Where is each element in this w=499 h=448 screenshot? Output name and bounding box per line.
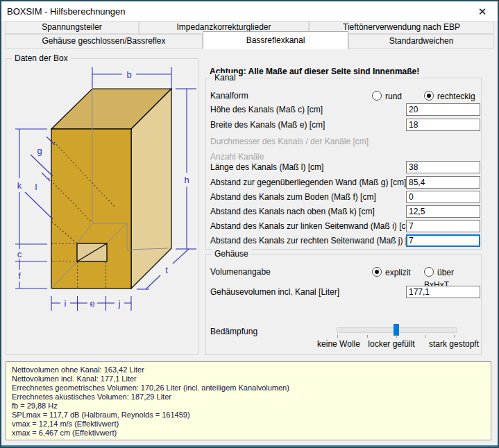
volumenangabe-row: Volumenangabe explizit über BxHxT [210,266,478,278]
slider-tick [337,335,338,338]
rund-radio-circle[interactable] [372,91,382,101]
abstand-boden-input[interactable] [406,191,480,203]
gehaeusevolumen-input[interactable] [406,286,480,298]
dim-label-l: l [35,182,37,192]
breite-kanal-label: Breite des Kanals (Maß e) [cm] [210,120,325,130]
results-panel: Nettovolumen ohne Kanal: 163,42 Liter Ne… [6,361,491,440]
result-netto-ohne-kanal: Nettovolumen ohne Kanal: 163,42 Liter [12,365,485,374]
laenge-kanal-label: Länge des Kanals (Maß l) [cm] [210,162,323,172]
abstand-oben-input[interactable] [406,205,480,218]
bxhxt-radio[interactable]: über BxHxT [424,266,478,277]
rund-radio-label: rund [385,92,402,101]
boxsim-window: BOXSIM - Hilfsberechnungen ✕ Spannungste… [0,0,499,448]
slider-tick [454,335,455,338]
box-diagram: b h k g l c f i e j t [0,49,201,361]
box-front-face [51,129,131,288]
field-row: Abstand des Kanals zum Boden (Maß f) [cm… [210,191,478,203]
slider-thumb[interactable] [394,324,399,336]
hoehe-kanal-label: Höhe des Kanals (Maß c) [cm] [210,105,323,114]
dim-label-b: b [126,69,131,80]
rechteckig-radio-label: rechteckig [437,92,475,101]
result-netto-incl-kanal: Nettovolumen incl. Kanal: 177,1 Liter [12,374,485,384]
kanalform-label: Kanalform [210,91,248,101]
dim-label-i: i [65,298,67,309]
abstand-oben-label: Abstand des Kanals nach oben (Maß k) [cm… [210,207,375,216]
kanal-group-label: Kanal [212,73,239,83]
field-row: Breite des Kanals (Maß e) [cm] [210,119,478,131]
gehaeusevolumen-label: Gehäusevolumen incl. Kanal [Liter] [210,287,339,297]
bedaempfung-label: Bedämpfung [210,327,257,336]
result-xmax: xmax = 6,467 cm (Effektivwert) [12,429,485,438]
abstand-links-input[interactable] [406,220,480,232]
laenge-kanal-input[interactable] [406,161,480,173]
explizit-radio[interactable]: explizit [372,266,411,277]
result-akustisches-volumen: Errechnetes akustisches Volumen: 187,29 … [12,393,485,402]
field-row: Abstand zur gegenüberliegenden Wand (Maß… [210,176,478,189]
result-geometrisches-volumen: Errechnetes geometrisches Volumen: 170,2… [12,384,485,393]
gehaeuse-group: Gehäuse Volumenangabe explizit über BxHx… [205,254,482,355]
slider-label-keine-wolle: keine Wolle [317,339,360,349]
field-row: Höhe des Kanals (Maß c) [cm] [210,103,478,116]
durchmesser-kanal-label: Durchmesser des Kanals / der Kanäle [cm] [210,137,369,146]
abstand-wand-input[interactable] [406,176,480,189]
abstand-rechts-label: Abstand des Kanals zur rechten Seitenwan… [210,236,421,245]
dim-label-e: e [90,298,94,309]
dim-label-h: h [184,175,189,185]
dim-label-g: g [37,146,42,156]
result-splmax: SPLmax = 117,7 dB (Halbraum, Reynolds = … [12,411,485,420]
tab-bassreflexkanal[interactable]: Bassreflexkanal [203,31,348,49]
anzahl-kanaele-label: Anzahl Kanäle [210,152,264,162]
field-row: Abstand des Kanals zur linken Seitenwand… [210,220,478,232]
slider-tick [367,335,368,338]
dim-label-k: k [17,180,22,191]
field-row: Durchmesser des Kanals / der Kanäle [cm] [210,135,478,148]
abstand-rechts-input[interactable] [406,234,480,247]
abstand-wand-label: Abstand zur gegenüberliegenden Wand (Maß… [210,178,406,187]
rund-radio[interactable]: rund [372,89,402,101]
field-row: Abstand des Kanals zur rechten Seitenwan… [210,234,478,247]
dim-label-f: f [18,270,21,281]
explizit-radio-circle[interactable] [372,267,382,277]
explizit-radio-label: explizit [385,268,411,277]
abstand-links-label: Abstand des Kanals zur linken Seitenwand… [210,221,415,231]
dim-label-t: t [165,265,168,275]
slider-tick [425,335,425,338]
hoehe-kanal-input[interactable] [406,103,480,116]
abstand-boden-label: Abstand des Kanals zum Boden (Maß f) [cm… [210,192,376,202]
result-vmax: vmax = 12,14 m/s (Effektivwert) [12,420,485,429]
titlebar: BOXSIM - Hilfsberechnungen ✕ [1,1,498,21]
breite-kanal-input[interactable] [406,119,480,131]
bxhxt-radio-circle[interactable] [424,267,434,277]
notice-text: Achtung: Alle Maße auf dieser Seite sind… [210,67,419,76]
kanalform-row: Kanalform rund rechteckig [210,89,478,102]
gehaeuse-group-label: Gehäuse [212,249,251,259]
slider-label-locker-gefuellt: locker gefüllt [368,339,414,349]
close-icon[interactable]: ✕ [475,5,489,19]
tab-spannungsteiler[interactable]: Spannungsteiler [5,21,139,34]
window-title: BOXSIM - Hilfsberechnungen [7,6,126,17]
field-row: Abstand des Kanals nach oben (Maß k) [cm… [210,205,478,218]
kanal-group: Kanal Kanalform rund rechteckig Höhe des… [205,78,482,250]
volume-row: Gehäusevolumen incl. Kanal [Liter] [210,286,478,298]
dim-label-j: j [118,298,121,309]
slider-label-stark-gestopft: stark gestopft [429,339,479,349]
result-fb: fb = 29,88 Hz [12,402,485,411]
rechteckig-radio-circle[interactable] [424,91,434,101]
rechteckig-radio[interactable]: rechteckig [424,89,475,101]
volumenangabe-label: Volumenangabe [210,267,271,277]
field-row: Länge des Kanals (Maß l) [cm] [210,161,478,173]
tab-gehaeuse-geschlossen-bassreflex[interactable]: Gehäuse geschlossen/Bassreflex [5,34,203,49]
tab-standardweichen[interactable]: Standardweichen [348,34,494,49]
slider-tick [396,335,397,338]
dim-label-c: c [17,249,22,259]
